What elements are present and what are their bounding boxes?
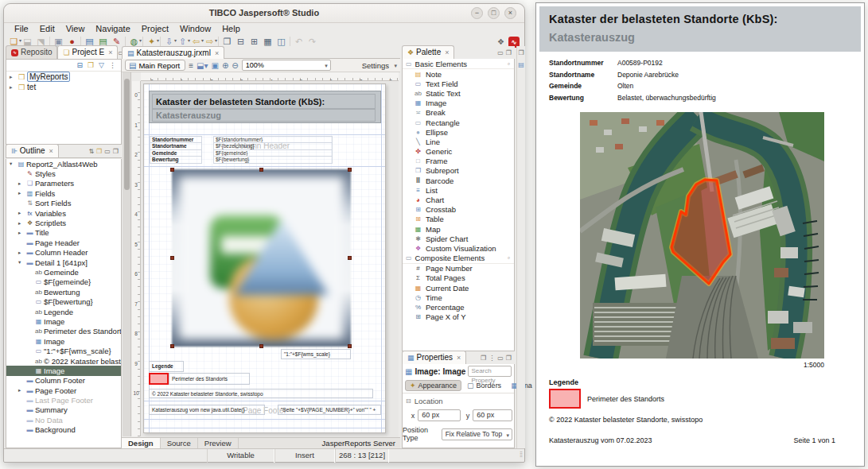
palette-item[interactable]: Σ Total Pages bbox=[403, 273, 514, 283]
outline-link-icon[interactable]: ❐ bbox=[96, 148, 102, 155]
outline-tree-item[interactable]: ▾ ▬ Detail 1 [641px] bbox=[6, 258, 121, 267]
outline-tree-item[interactable]: ▸ ▬ Title bbox=[6, 228, 121, 238]
palette-item[interactable]: ▤ Note bbox=[403, 69, 514, 79]
design-subtitle-text[interactable]: Katasterauszug bbox=[152, 109, 376, 122]
palette-item[interactable]: ⊞ Crosstab bbox=[403, 205, 514, 215]
palette-item[interactable]: ▦ Current Date bbox=[403, 283, 514, 293]
outline-tree-item[interactable]: ▸ ▬ Column Header bbox=[6, 248, 121, 258]
minimize-panel-icon[interactable]: ▭ bbox=[104, 148, 111, 155]
outline-sort-icon[interactable]: ⇅ bbox=[88, 148, 94, 155]
selection-handle[interactable] bbox=[170, 256, 174, 260]
view-menu-icon[interactable]: ⋮ bbox=[488, 355, 495, 362]
palette-item[interactable]: ▦ Map bbox=[403, 224, 514, 234]
selection-handle[interactable] bbox=[259, 168, 263, 172]
zoom-out-icon[interactable]: ⊖ bbox=[232, 61, 238, 70]
band-list-icon[interactable]: ≡ bbox=[189, 61, 193, 70]
palette-item[interactable]: Ⅲ Barcode bbox=[403, 176, 514, 185]
pin-icon[interactable]: ∘ bbox=[507, 60, 511, 68]
tab-project-explorer[interactable]: ❏ Project E × bbox=[57, 45, 118, 59]
selection-handle[interactable] bbox=[348, 168, 352, 172]
palette-item[interactable]: ▦ Image bbox=[403, 99, 514, 108]
outline-tree-item[interactable]: ▭ $F{bewertung} bbox=[6, 297, 121, 306]
book-icon[interactable]: ⬓▾ bbox=[197, 61, 208, 70]
tab-properties[interactable]: ▦ Properties × bbox=[402, 351, 466, 364]
outline-tree-item[interactable]: ab Legende bbox=[6, 307, 121, 316]
menu-item[interactable]: File bbox=[9, 23, 34, 34]
explorer-toolbar-icon[interactable]: ⋮ bbox=[109, 61, 116, 69]
zoom-level-combo[interactable]: 100% bbox=[242, 60, 331, 71]
maximize-panel-icon[interactable]: ❐ bbox=[506, 49, 512, 56]
explorer-toolbar-icon[interactable]: ⊟ bbox=[76, 61, 83, 69]
design-field-label[interactable]: Bewertung bbox=[150, 156, 202, 163]
palette-item[interactable]: ❖ Custom Visualization bbox=[403, 243, 514, 253]
x-input[interactable]: 60 px bbox=[418, 409, 461, 421]
pin-icon[interactable]: ∘ bbox=[507, 254, 511, 262]
search-property-combo[interactable]: Search Property bbox=[468, 366, 512, 377]
selection-handle[interactable] bbox=[259, 344, 263, 348]
design-copyright[interactable]: © 2022 Kataster belasteter Standorte, sw… bbox=[149, 389, 373, 398]
outline-tree-item[interactable]: ▭ "1:"+$F{wms_scale} bbox=[6, 346, 121, 355]
design-footer-page[interactable]: "Seite "+$V{PAGE_NUMBER}+" von"" " + bbox=[278, 405, 381, 415]
palette-section-basic[interactable]: ▭ Basic Elements ∘ bbox=[403, 59, 514, 69]
explorer-toolbar-icon[interactable]: ❐ bbox=[88, 61, 94, 69]
close-tab-icon[interactable]: × bbox=[108, 46, 112, 59]
explorer-toolbar-icon[interactable]: ▽ bbox=[99, 61, 104, 69]
outline-tree-item[interactable]: ▾ ▤ Report2_Altlast4Web bbox=[6, 159, 121, 169]
map-image-placeholder[interactable] bbox=[172, 169, 351, 347]
minimize-button[interactable]: − bbox=[471, 7, 483, 19]
palette-item[interactable]: # Page Number bbox=[403, 264, 514, 273]
tab-katasterauszug-jrxml[interactable]: ▤ Katasterauszug.jrxml × bbox=[122, 46, 224, 60]
report-view-icon[interactable]: ▤ bbox=[518, 61, 524, 68]
palette-item[interactable]: ⊞ Page X of Y bbox=[403, 312, 514, 322]
palette-section-composite[interactable]: ▭ Composite Elements ∘ bbox=[403, 254, 514, 264]
outline-tree-item[interactable]: ▦ Image bbox=[6, 316, 121, 326]
maximize-button[interactable]: □ bbox=[488, 7, 500, 19]
restore-view-icon[interactable]: ❐ bbox=[518, 49, 524, 56]
outline-tree-item[interactable]: ▬ Column Footer bbox=[6, 376, 121, 386]
palette-item[interactable]: ● Ellipse bbox=[403, 127, 514, 137]
design-canvas[interactable]: Kataster der belasteten Standorte (KbS):… bbox=[141, 81, 399, 437]
outline-tree-item[interactable]: ab Perimeter des Standorts bbox=[6, 327, 121, 336]
palette-item[interactable]: ◷ Time bbox=[403, 293, 514, 302]
editor-left-scrollbar[interactable] bbox=[123, 72, 131, 436]
tab-palette[interactable]: ❖ Palette × bbox=[402, 45, 454, 59]
palette-item[interactable]: ab Static Text bbox=[403, 88, 514, 98]
menu-item[interactable]: Help bbox=[216, 23, 246, 34]
title-band[interactable]: Kataster der belasteten Standorte (KbS):… bbox=[149, 91, 381, 123]
close-tab-icon[interactable]: × bbox=[445, 46, 449, 59]
palette-item[interactable]: □ Frame bbox=[403, 157, 514, 166]
settings-dropdown[interactable]: Settings bbox=[362, 61, 397, 70]
resize-grip[interactable]: ⁞⁞ bbox=[520, 451, 522, 459]
palette-item[interactable]: ◕ Chart bbox=[403, 195, 514, 204]
palette-item[interactable]: ≡ List bbox=[403, 185, 514, 195]
outline-tree-item[interactable]: ✎ Styles bbox=[6, 169, 121, 178]
design-scale-field[interactable]: "1:"+$F{wms_scale} bbox=[281, 349, 351, 359]
design-footer-date[interactable]: Katasterauszug vom new java.util.Date() bbox=[149, 405, 265, 415]
maximize-panel-icon[interactable]: ❐ bbox=[113, 148, 119, 155]
outline-tree-item[interactable]: ▸ ▥ Fields bbox=[6, 188, 121, 198]
outline-tree-item[interactable]: ▬ Last Page Footer bbox=[6, 395, 121, 405]
palette-item[interactable]: ╲ Line bbox=[403, 137, 514, 146]
palette-item[interactable]: ▭ Rectangle bbox=[403, 118, 514, 127]
design-title-text[interactable]: Kataster der belasteten Standorte (KbS): bbox=[152, 94, 376, 109]
palette-item[interactable]: % Percentage bbox=[403, 302, 514, 312]
outline-tree-item[interactable]: ▭ $F{gemeinde} bbox=[6, 277, 121, 287]
outline-tree-item[interactable]: ▬ Page Header bbox=[6, 238, 121, 247]
report-page[interactable]: Kataster der belasteten Standorte (KbS):… bbox=[143, 83, 386, 433]
outline-tree-item[interactable]: ▬ Background bbox=[6, 425, 121, 435]
palette-item[interactable]: ✱ Spider Chart bbox=[403, 234, 514, 243]
editor-mode-tab[interactable]: Preview bbox=[198, 438, 239, 448]
outline-tree-item[interactable]: ▬ No Data bbox=[6, 415, 121, 424]
menu-item[interactable]: View bbox=[60, 23, 91, 34]
selection-handle[interactable] bbox=[348, 256, 352, 260]
close-tab-icon[interactable]: × bbox=[49, 145, 53, 157]
design-legend-swatch[interactable] bbox=[149, 373, 169, 385]
minimize-panel-icon[interactable]: ▭ bbox=[497, 355, 504, 362]
position-type-combo[interactable]: Fix Relative To Top bbox=[442, 428, 512, 440]
outline-tree-item[interactable]: ▦ Image bbox=[6, 336, 121, 346]
palette-item[interactable]: ⊞ Table bbox=[403, 215, 514, 224]
outline-tree-item[interactable]: ▸ ❏ Parameters bbox=[6, 179, 121, 188]
outline-tree-item[interactable]: ▸ fx Variables bbox=[6, 208, 121, 218]
close-tab-icon[interactable]: × bbox=[215, 47, 219, 60]
project-tree-item[interactable]: ▸ ❒ MyReports bbox=[6, 72, 121, 82]
